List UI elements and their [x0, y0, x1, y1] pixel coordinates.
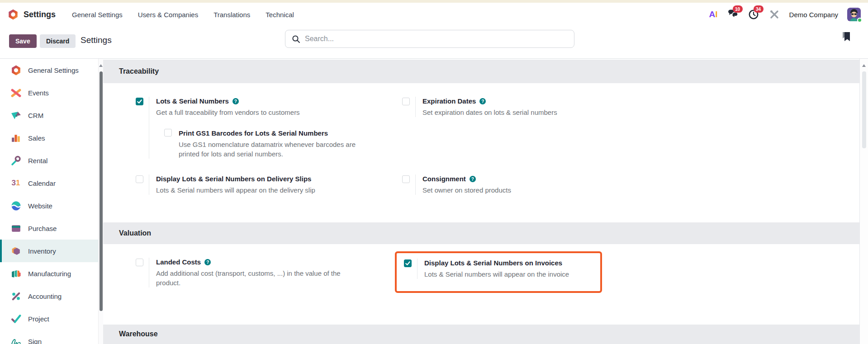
sidebar-item-manufacturing[interactable]: Manufacturing — [0, 262, 99, 285]
main-scrollbar-thumb[interactable] — [862, 71, 866, 148]
navbar-menu: General Settings Users & Companies Trans… — [72, 11, 294, 19]
sidebar-item-sign[interactable]: Sign — [0, 330, 99, 344]
online-status-dot — [857, 18, 862, 23]
sidebar-item-rental[interactable]: Rental — [0, 149, 99, 172]
setting-expiration-dates: Expiration Dates ? Set expiration dates … — [402, 98, 655, 117]
odoo-settings-icon — [10, 64, 22, 76]
sidebar-item-events[interactable]: Events — [0, 81, 99, 104]
sidebar-scrollbar-thumb[interactable] — [100, 71, 103, 311]
setting-consignment: Consignment ? Set owner on stored produc… — [402, 175, 655, 195]
sidebar-item-crm[interactable]: CRM — [0, 104, 99, 127]
delivery-slips-checkbox-unchecked[interactable] — [136, 175, 143, 183]
sidebar-item-sales[interactable]: Sales — [0, 127, 99, 149]
menu-general-settings[interactable]: General Settings — [72, 11, 123, 19]
messages-icon[interactable]: 10 — [727, 9, 739, 20]
search-input[interactable]: Search... — [285, 30, 574, 48]
company-switcher[interactable]: Demo Company — [789, 11, 838, 19]
sidebar-scroll-up-arrow[interactable] — [99, 64, 103, 67]
setting-label[interactable]: Expiration Dates — [422, 97, 476, 106]
setting-description-line2: printed for lots and serial numbers. — [179, 149, 356, 159]
setting-label[interactable]: Print GS1 Barcodes for Lots & Serial Num… — [179, 129, 356, 138]
section-header-valuation: Valuation — [103, 222, 859, 244]
sidebar-item-inventory[interactable]: Inventory — [0, 240, 99, 262]
inventory-icon — [10, 245, 22, 257]
sidebar-item-project[interactable]: Project — [0, 307, 99, 330]
website-icon — [10, 200, 22, 212]
highlighted-setting-invoices: Display Lots & Serial Numbers on Invoice… — [395, 251, 602, 293]
navbar-systray: Al 10 34 Demo Company — [709, 8, 861, 21]
discard-button[interactable]: Discard — [40, 34, 76, 48]
settings-sidebar: General Settings Events CRM Sales — [0, 59, 99, 344]
section-title: Warehouse — [119, 330, 158, 338]
activities-clock-icon[interactable]: 34 — [748, 9, 759, 20]
sidebar-item-calendar[interactable]: 31 Calendar — [0, 172, 99, 194]
tools-icon[interactable] — [768, 9, 780, 20]
breadcrumb: Settings — [81, 35, 112, 45]
top-navbar: Settings General Settings Users & Compan… — [0, 3, 868, 26]
project-icon — [10, 313, 22, 325]
search-icon — [292, 35, 300, 43]
messages-count-badge: 10 — [733, 5, 743, 13]
setting-lots-serial-numbers: Lots & Serial Numbers ? Get a full trace… — [136, 98, 389, 159]
setting-description-line1: Use GS1 nomenclature datamatrix whenever… — [179, 140, 356, 149]
sidebar-item-general-settings[interactable]: General Settings — [0, 59, 99, 81]
invoices-checkbox-checked[interactable] — [404, 259, 412, 267]
crm-icon — [10, 109, 22, 121]
consignment-checkbox-unchecked[interactable] — [402, 175, 410, 183]
setting-description: Lots & Serial numbers will appear on the… — [424, 269, 569, 279]
menu-translations[interactable]: Translations — [213, 11, 250, 19]
activities-count-badge: 34 — [754, 5, 764, 13]
bookmark-icon[interactable] — [842, 32, 850, 43]
menu-users-companies[interactable]: Users & Companies — [138, 11, 198, 19]
events-icon — [10, 87, 22, 99]
sidebar-item-accounting[interactable]: Accounting — [0, 285, 99, 307]
expiration-checkbox-unchecked[interactable] — [402, 98, 410, 105]
setting-print-gs1-barcodes: Print GS1 Barcodes for Lots & Serial Num… — [164, 129, 356, 159]
setting-description: Lots & Serial numbers will appear on the… — [156, 185, 315, 195]
calendar-31-icon: 31 — [10, 177, 22, 189]
purchase-icon — [10, 222, 22, 234]
section-header-warehouse: Warehouse — [103, 325, 859, 344]
setting-label[interactable]: Display Lots & Serial Numbers on Invoice… — [424, 259, 562, 268]
setting-landed-costs: Landed Costs ? Add additional cost (tran… — [136, 259, 389, 287]
user-avatar[interactable] — [847, 8, 861, 21]
settings-content: Traceability Lots & Serial Numbers ? Get… — [103, 59, 859, 344]
app-name[interactable]: Settings — [24, 10, 56, 19]
gs1-checkbox-unchecked[interactable] — [164, 129, 172, 137]
rental-icon — [10, 155, 22, 166]
lots-serial-checkbox-checked[interactable] — [136, 98, 143, 105]
manufacturing-icon — [10, 268, 22, 279]
section-title: Traceability — [119, 67, 159, 75]
sidebar-item-website[interactable]: Website — [0, 194, 99, 217]
help-icon[interactable]: ? — [204, 259, 211, 265]
control-panel: Save Discard Settings Search... — [0, 26, 868, 59]
sidebar-scrollbar[interactable] — [98, 59, 103, 344]
setting-description: Set owner on stored products — [422, 185, 511, 195]
section-title: Valuation — [119, 229, 151, 237]
sales-icon — [10, 132, 22, 144]
setting-description-line1: Add additional cost (transport, customs,… — [156, 269, 341, 278]
setting-delivery-slips: Display Lots & Serial Numbers on Deliver… — [136, 175, 389, 195]
help-icon[interactable]: ? — [232, 98, 239, 104]
search-placeholder: Search... — [305, 35, 334, 43]
setting-label[interactable]: Lots & Serial Numbers — [156, 97, 229, 106]
help-icon[interactable]: ? — [479, 98, 486, 104]
sign-icon — [10, 335, 22, 344]
accounting-icon — [10, 290, 22, 302]
help-icon[interactable]: ? — [470, 176, 476, 182]
section-header-traceability: Traceability — [103, 60, 859, 83]
main-scrollbar[interactable] — [859, 59, 868, 344]
setting-label[interactable]: Landed Costs — [156, 258, 201, 267]
landed-costs-checkbox-unchecked[interactable] — [136, 259, 143, 266]
setting-label[interactable]: Display Lots & Serial Numbers on Deliver… — [156, 174, 311, 184]
setting-label[interactable]: Consignment — [422, 174, 466, 184]
ai-icon[interactable]: Al — [709, 9, 718, 19]
main-scroll-up-arrow[interactable] — [862, 64, 866, 67]
save-button[interactable]: Save — [9, 34, 37, 48]
setting-description: Set expiration dates on lots & serial nu… — [422, 108, 557, 117]
sidebar-item-purchase[interactable]: Purchase — [0, 217, 99, 240]
menu-technical[interactable]: Technical — [266, 11, 294, 19]
app-switcher[interactable]: Settings — [7, 9, 56, 20]
setting-description-line2: product. — [156, 278, 341, 287]
odoo-settings-logo-icon — [7, 9, 19, 20]
